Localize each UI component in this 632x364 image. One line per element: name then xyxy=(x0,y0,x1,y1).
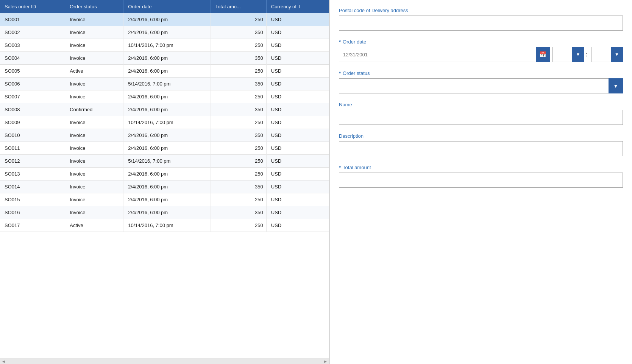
table-row[interactable]: SO002 Invoice 2/4/2016, 6:00 pm 350 USD xyxy=(0,26,329,39)
form-panel: Postal code of Delivery address * Order … xyxy=(329,0,632,364)
name-input[interactable] xyxy=(339,110,623,125)
postal-code-label: Postal code of Delivery address xyxy=(339,8,623,13)
cell-order-date: 2/4/2016, 6:00 pm xyxy=(123,193,211,206)
hour-dropdown-button[interactable]: ▼ xyxy=(572,47,584,62)
description-input[interactable] xyxy=(339,141,623,156)
calendar-button[interactable]: 📅 xyxy=(536,47,550,62)
table-row[interactable]: SO005 Active 2/4/2016, 6:00 pm 250 USD xyxy=(0,65,329,78)
cell-currency: USD xyxy=(266,116,329,129)
order-date-required: * xyxy=(339,39,341,45)
cell-currency: USD xyxy=(266,52,329,65)
postal-code-input[interactable] xyxy=(339,16,623,31)
cell-currency: USD xyxy=(266,78,329,90)
table-row[interactable]: SO012 Invoice 5/14/2016, 7:00 pm 250 USD xyxy=(0,155,329,168)
table-row[interactable]: SO010 Invoice 2/4/2016, 6:00 pm 350 USD xyxy=(0,129,329,142)
cell-order-status: Invoice xyxy=(65,90,123,103)
order-status-dropdown-button[interactable]: ▼ xyxy=(609,78,623,93)
cell-order-status: Invoice xyxy=(65,116,123,129)
table-row[interactable]: SO004 Invoice 2/4/2016, 6:00 pm 350 USD xyxy=(0,52,329,65)
table-row[interactable]: SO011 Invoice 2/4/2016, 6:00 pm 250 USD xyxy=(0,142,329,155)
col-header-order-status[interactable]: Order status xyxy=(65,0,123,13)
table-row[interactable]: SO008 Confirmed 2/4/2016, 6:00 pm 350 US… xyxy=(0,103,329,116)
cell-order-date: 2/4/2016, 6:00 pm xyxy=(123,180,211,193)
cell-currency: USD xyxy=(266,193,329,206)
cell-total-amount: 250 xyxy=(211,90,266,103)
cell-order-id: SO015 xyxy=(0,193,65,206)
cell-order-status: Active xyxy=(65,65,123,78)
cell-order-id: SO014 xyxy=(0,180,65,193)
table-row[interactable]: SO001 Invoice 2/4/2016, 6:00 pm 250 USD xyxy=(0,13,329,26)
table-row[interactable]: SO016 Invoice 2/4/2016, 6:00 pm 350 USD xyxy=(0,206,329,219)
table-row[interactable]: SO014 Invoice 2/4/2016, 6:00 pm 350 USD xyxy=(0,180,329,193)
cell-order-status: Invoice xyxy=(65,180,123,193)
table-row[interactable]: SO015 Invoice 2/4/2016, 6:00 pm 250 USD xyxy=(0,193,329,206)
cell-order-date: 2/4/2016, 6:00 pm xyxy=(123,13,211,26)
table-row[interactable]: SO017 Active 10/14/2016, 7:00 pm 250 USD xyxy=(0,219,329,232)
table-row[interactable]: SO006 Invoice 5/14/2016, 7:00 pm 350 USD xyxy=(0,78,329,90)
cell-currency: USD xyxy=(266,219,329,232)
table-row[interactable]: SO003 Invoice 10/14/2016, 7:00 pm 250 US… xyxy=(0,39,329,52)
cell-order-id: SO009 xyxy=(0,116,65,129)
cell-order-id: SO017 xyxy=(0,219,65,232)
total-amount-required: * xyxy=(339,165,341,170)
order-date-input[interactable] xyxy=(339,47,536,62)
order-date-label: * Order date xyxy=(339,39,623,45)
cell-order-id: SO001 xyxy=(0,13,65,26)
cell-total-amount: 350 xyxy=(211,206,266,219)
cell-order-id: SO003 xyxy=(0,39,65,52)
minute-input[interactable]: 00 xyxy=(591,47,611,62)
cell-currency: USD xyxy=(266,168,329,180)
cell-order-id: SO006 xyxy=(0,78,65,90)
cell-order-id: SO007 xyxy=(0,90,65,103)
col-header-total-amount[interactable]: Total amo... xyxy=(211,0,266,13)
total-amount-input[interactable] xyxy=(339,173,623,188)
cell-order-status: Active xyxy=(65,219,123,232)
cell-currency: USD xyxy=(266,129,329,142)
cell-order-date: 10/14/2016, 7:00 pm xyxy=(123,116,211,129)
cell-order-date: 2/4/2016, 6:00 pm xyxy=(123,168,211,180)
calendar-icon: 📅 xyxy=(539,51,546,58)
chevron-down-icon-3: ▼ xyxy=(613,83,618,89)
cell-order-id: SO004 xyxy=(0,52,65,65)
cell-order-id: SO016 xyxy=(0,206,65,219)
cell-order-date: 2/4/2016, 6:00 pm xyxy=(123,52,211,65)
order-status-required: * xyxy=(339,70,341,76)
cell-order-id: SO002 xyxy=(0,26,65,39)
col-header-sales-order-id[interactable]: Sales order ID xyxy=(0,0,65,13)
minute-dropdown-button[interactable]: ▼ xyxy=(611,47,623,62)
table-row[interactable]: SO009 Invoice 10/14/2016, 7:00 pm 250 US… xyxy=(0,116,329,129)
cell-order-date: 2/4/2016, 6:00 pm xyxy=(123,26,211,39)
cell-order-id: SO013 xyxy=(0,168,65,180)
cell-order-status: Invoice xyxy=(65,52,123,65)
cell-order-id: SO005 xyxy=(0,65,65,78)
col-header-currency[interactable]: Currency of T xyxy=(266,0,329,13)
cell-order-date: 2/4/2016, 6:00 pm xyxy=(123,129,211,142)
cell-total-amount: 350 xyxy=(211,180,266,193)
description-label: Description xyxy=(339,133,623,139)
main-container: Sales order ID Order status Order date T… xyxy=(0,0,632,364)
order-status-input[interactable]: Active xyxy=(339,78,609,93)
cell-total-amount: 250 xyxy=(211,13,266,26)
minute-select-wrap: 00 ▼ xyxy=(591,47,623,62)
hour-input[interactable]: 00 xyxy=(552,47,572,62)
table-wrapper[interactable]: Sales order ID Order status Order date T… xyxy=(0,0,329,358)
table-row[interactable]: SO007 Invoice 2/4/2016, 6:00 pm 250 USD xyxy=(0,90,329,103)
cell-order-date: 2/4/2016, 6:00 pm xyxy=(123,103,211,116)
cell-total-amount: 250 xyxy=(211,116,266,129)
cell-order-status: Invoice xyxy=(65,206,123,219)
chevron-down-icon: ▼ xyxy=(576,52,581,57)
col-header-order-date[interactable]: Order date xyxy=(123,0,211,13)
order-date-field: * Order date 📅 00 ▼ : 00 xyxy=(339,39,623,62)
table-row[interactable]: SO013 Invoice 2/4/2016, 6:00 pm 250 USD xyxy=(0,168,329,180)
total-amount-label: * Total amount xyxy=(339,165,623,170)
cell-currency: USD xyxy=(266,39,329,52)
date-input-wrap: 📅 xyxy=(339,47,550,62)
cell-total-amount: 350 xyxy=(211,103,266,116)
horizontal-scrollbar[interactable]: ◄ ► xyxy=(0,358,329,364)
cell-currency: USD xyxy=(266,180,329,193)
cell-total-amount: 350 xyxy=(211,26,266,39)
cell-total-amount: 250 xyxy=(211,155,266,168)
order-status-field: * Order status Active ▼ xyxy=(339,70,623,93)
cell-currency: USD xyxy=(266,142,329,155)
cell-currency: USD xyxy=(266,155,329,168)
